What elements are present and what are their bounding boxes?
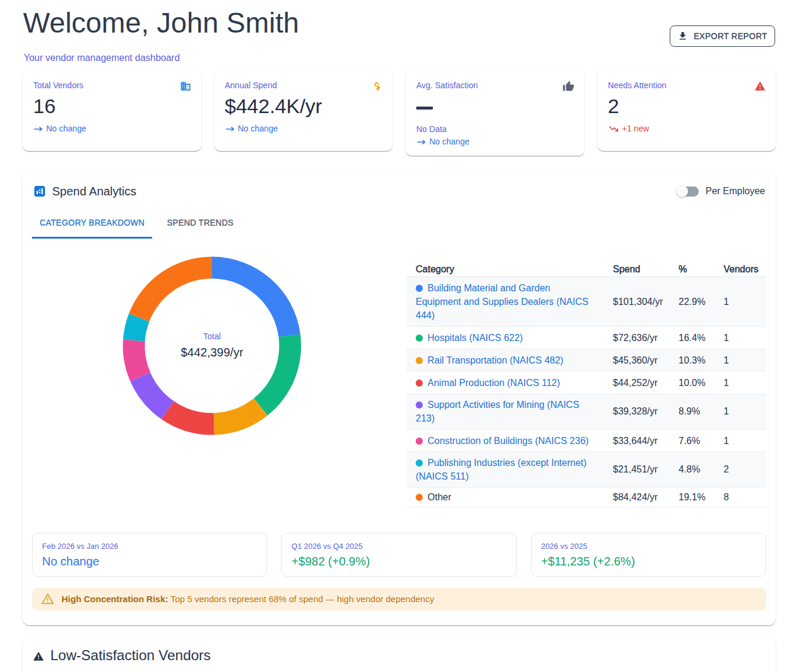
svg-text:$442,399/yr: $442,399/yr [181,346,243,359]
svg-text:Total: Total [203,332,221,341]
